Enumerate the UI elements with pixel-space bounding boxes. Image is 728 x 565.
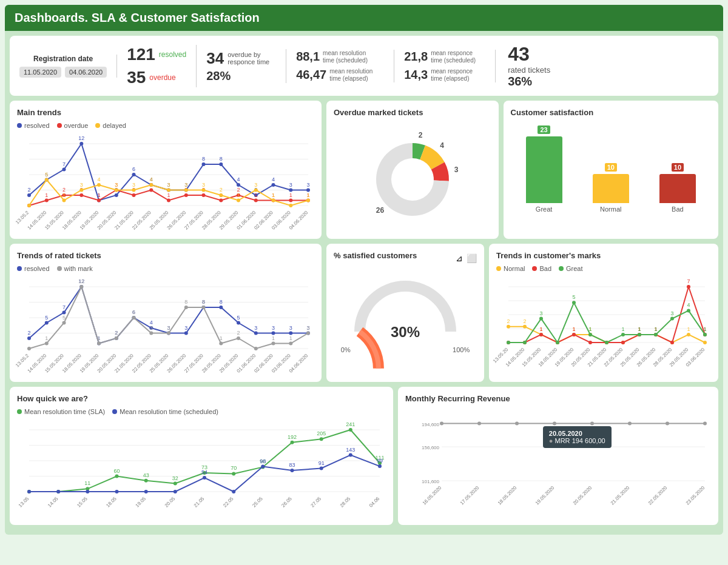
svg-point-259	[523, 341, 527, 344]
donut-container: 24326	[361, 122, 464, 231]
pct-satisfied-panel: % satisfied customers ⊿ ⬜ 30% 0% 100%	[326, 244, 484, 382]
svg-text:3: 3	[132, 182, 135, 188]
svg-text:13.05.2: 13.05.2	[15, 210, 30, 226]
svg-point-148	[184, 332, 188, 335]
svg-text:13.05: 13.05	[18, 496, 30, 509]
svg-point-169	[79, 285, 83, 289]
svg-point-365	[628, 422, 632, 426]
svg-text:20.05: 20.05	[164, 496, 177, 509]
donut-chart: 24326	[361, 128, 464, 231]
svg-point-241	[539, 333, 543, 336]
date-badge-1[interactable]: 11.05.2020	[19, 67, 61, 78]
mean-res-elap-label: mean resolution time (elapsed)	[329, 68, 384, 82]
legend-overdue-label: overdue	[64, 122, 89, 129]
svg-text:1: 1	[289, 192, 292, 198]
svg-point-95	[237, 199, 240, 202]
svg-text:3: 3	[80, 182, 83, 188]
mrr-chart: 194,600156,600101,60016.05.202017.05.202…	[405, 408, 711, 505]
bar-value: 23	[538, 125, 550, 134]
svg-point-179	[167, 332, 170, 335]
svg-point-33	[272, 183, 275, 187]
svg-point-91	[202, 189, 206, 192]
svg-text:205: 205	[317, 430, 326, 436]
svg-point-68	[289, 199, 292, 202]
legend-delayed-label: delayed	[103, 122, 126, 129]
main-trends-panel: Main trends resolved overdue delayed 257…	[10, 101, 322, 239]
svg-point-46	[97, 199, 101, 202]
svg-text:3: 3	[167, 325, 170, 331]
legend-bad: Bad	[532, 265, 551, 272]
overdue-by-pct: 28%	[206, 69, 231, 83]
svg-text:194,600: 194,600	[422, 422, 439, 427]
svg-text:7: 7	[62, 161, 66, 167]
svg-point-302	[115, 475, 119, 478]
svg-text:156,600: 156,600	[422, 445, 439, 450]
svg-text:143: 143	[346, 447, 355, 453]
scheduled-dot	[112, 409, 117, 414]
bar-label: Normal	[600, 206, 621, 213]
svg-point-102	[306, 199, 310, 202]
svg-point-72	[27, 204, 31, 207]
svg-point-130	[27, 336, 31, 340]
svg-text:4: 4	[440, 141, 444, 150]
svg-text:1: 1	[572, 326, 575, 332]
pct-satisfied-icons: ⊿ ⬜	[456, 253, 477, 263]
svg-point-99	[272, 199, 275, 202]
svg-point-40	[45, 199, 49, 202]
svg-text:1: 1	[220, 335, 223, 341]
sla-dot	[17, 409, 22, 414]
pct-satisfied-header: % satisfied customers ⊿ ⬜	[334, 251, 477, 265]
svg-text:2: 2	[523, 318, 526, 324]
svg-text:3: 3	[539, 310, 542, 316]
svg-text:1: 1	[62, 192, 66, 198]
svg-text:1: 1	[621, 326, 624, 332]
svg-point-337	[349, 453, 352, 457]
trends-customer-marks-panel: Trends in customer's marks Normal Bad Gr…	[489, 244, 718, 382]
svg-point-194	[306, 332, 310, 335]
legend-scheduled: Mean resolution time (scheduled)	[112, 408, 218, 415]
date-badge-2[interactable]: 04.06.2020	[65, 67, 107, 78]
rated-section: 43 rated tickets 36%	[496, 43, 560, 89]
bar-rect	[593, 174, 629, 203]
svg-point-323	[56, 490, 60, 493]
gauge-labels: 0% 100%	[341, 346, 470, 353]
bar-value: 10	[672, 163, 684, 172]
bar-wrap: 23 Great	[526, 125, 562, 213]
legend-great: Great	[559, 265, 583, 272]
svg-text:2: 2	[419, 131, 423, 139]
svg-text:18.05.2020: 18.05.2020	[497, 485, 518, 506]
svg-point-154	[237, 321, 240, 325]
svg-text:8: 8	[202, 299, 205, 305]
svg-text:5: 5	[45, 315, 48, 321]
svg-point-58	[202, 193, 206, 197]
svg-point-322	[27, 490, 31, 493]
svg-text:3: 3	[454, 165, 459, 174]
svg-point-361	[477, 422, 481, 426]
svg-text:60: 60	[113, 468, 120, 474]
svg-point-325	[115, 490, 119, 493]
great-dot	[559, 266, 564, 271]
svg-point-171	[97, 342, 101, 346]
svg-point-77	[79, 189, 83, 192]
customer-satisfaction-bars: 23 Great 10 Normal 10 Bad	[511, 122, 711, 213]
svg-point-260	[539, 317, 543, 321]
svg-text:25.05: 25.05	[251, 496, 264, 509]
svg-point-258	[507, 341, 510, 344]
svg-point-335	[320, 467, 323, 470]
delayed-dot	[95, 123, 100, 128]
svg-text:1: 1	[638, 326, 641, 332]
svg-text:2: 2	[237, 330, 240, 336]
svg-text:6: 6	[132, 309, 135, 315]
bar-wrap: 10 Normal	[593, 163, 629, 213]
overdue-dot	[57, 123, 62, 128]
svg-text:14.05: 14.05	[47, 496, 59, 509]
filter-icon[interactable]: ⊿	[456, 253, 463, 263]
svg-text:241: 241	[346, 421, 355, 427]
svg-point-44	[79, 193, 83, 197]
svg-point-173	[115, 336, 118, 340]
mean-resp-sched-label: mean responce time (scheduled)	[431, 50, 485, 64]
export-icon[interactable]: ⬜	[467, 253, 477, 263]
main-trends-title: Main trends	[17, 108, 314, 117]
mean-resp-sched-num: 21,8	[404, 50, 428, 64]
svg-text:3: 3	[306, 182, 309, 188]
